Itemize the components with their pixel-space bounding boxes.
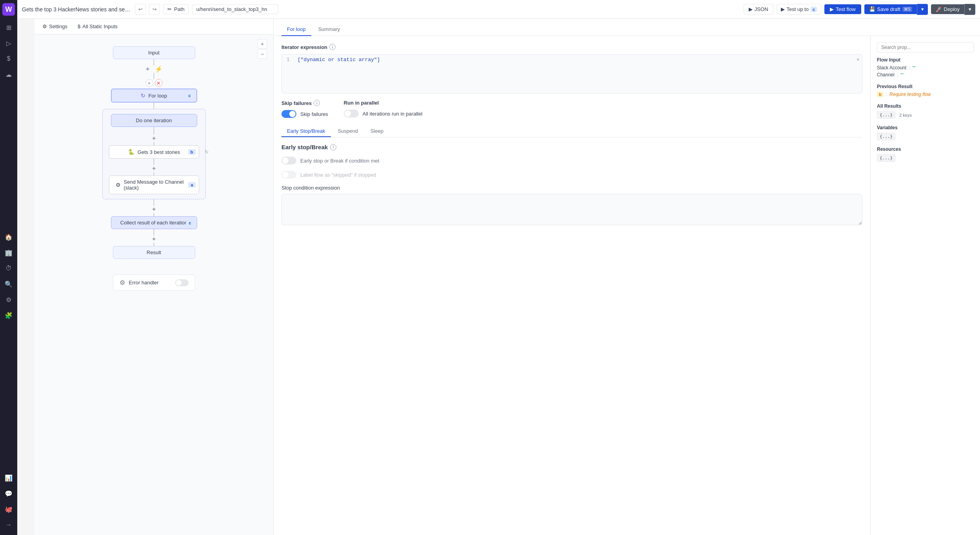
search-prop-input[interactable] bbox=[877, 42, 974, 52]
run-parallel-toggle[interactable] bbox=[344, 110, 359, 117]
static-inputs-item[interactable]: $ All Static Inputs bbox=[74, 22, 121, 31]
do-one-iteration-node[interactable]: Do one iteration bbox=[111, 114, 197, 127]
savedraft-dropdown-button[interactable]: ▾ bbox=[917, 4, 928, 15]
run-parallel-toggle-row: All iterations run in parallel bbox=[344, 110, 422, 117]
sidebar-icon-chart[interactable]: 📊 bbox=[2, 471, 16, 485]
right-sidebar: Flow Input Slack Account : "" Channel : … bbox=[870, 36, 980, 535]
channel-colon: : bbox=[897, 72, 898, 78]
deploy-group: 🚀 Deploy ▾ bbox=[931, 4, 975, 15]
sidebar-icon-home[interactable]: ⊞ bbox=[2, 20, 16, 34]
tab-summary[interactable]: Summary bbox=[313, 23, 346, 36]
send-message-node[interactable]: ⚙ Send Message to Channel (slack) a bbox=[109, 175, 199, 194]
play-icon: ▶ bbox=[781, 6, 785, 12]
stop-condition-textarea[interactable] bbox=[281, 194, 862, 225]
iterator-label-text: Iterator expression bbox=[281, 44, 327, 50]
variables-section: Variables {...} bbox=[877, 125, 974, 140]
result-node[interactable]: Result bbox=[113, 246, 195, 259]
deploy-button[interactable]: 🚀 Deploy bbox=[931, 4, 964, 14]
zoom-out-button[interactable]: − bbox=[258, 49, 267, 59]
iterator-info-icon[interactable]: i bbox=[329, 44, 336, 50]
path-label: Path bbox=[174, 6, 185, 12]
early-stop-title: Early stop/Break i bbox=[281, 144, 862, 150]
early-stop-toggle-label: Early stop or Break if condition met bbox=[300, 158, 379, 164]
inner-cross-2: ✦ bbox=[151, 165, 156, 172]
variables-row: {...} bbox=[877, 133, 974, 140]
sidebar-icon-building[interactable]: 🏢 bbox=[2, 246, 16, 260]
skip-failures-toggle[interactable] bbox=[281, 110, 296, 118]
tab-suspend[interactable]: Suspend bbox=[332, 126, 363, 137]
early-stop-toggle-row: Early stop or Break if condition met bbox=[281, 157, 862, 164]
remove-forloop-button[interactable]: ✕ bbox=[155, 79, 163, 87]
error-handler-label: Error handler bbox=[129, 280, 171, 286]
testup-badge: c bbox=[811, 7, 817, 12]
previous-result-title: Previous Result bbox=[877, 84, 974, 89]
refresh-icon-1[interactable]: ↻ bbox=[205, 149, 209, 155]
settings-icon: ⚙ bbox=[42, 23, 47, 29]
label-skipped-toggle[interactable] bbox=[281, 171, 296, 179]
sidebar-icon-search[interactable]: 🔍 bbox=[2, 277, 16, 291]
sidebar-icon-github[interactable]: 🐙 bbox=[2, 502, 16, 516]
label-skipped-toggle-row: Label flow as "skipped" if stopped bbox=[281, 171, 862, 179]
skip-failures-info-icon[interactable]: i bbox=[314, 100, 320, 106]
static-inputs-label: All Static Inputs bbox=[82, 23, 118, 29]
python-icon: 🐍 bbox=[128, 149, 134, 155]
line-number: 1 bbox=[287, 57, 293, 63]
error-handler: ⚙ Error handler bbox=[113, 275, 195, 291]
tab-for-loop[interactable]: For loop bbox=[281, 23, 311, 36]
connector-icons: ✦ ⚡ bbox=[145, 65, 163, 73]
add-before-forloop-button[interactable]: + bbox=[145, 79, 153, 87]
savedraft-shortcut: ⌘S bbox=[902, 7, 912, 12]
line-after-cross bbox=[154, 213, 154, 216]
json-button[interactable]: ▶ JSON bbox=[744, 4, 773, 14]
sidebar-icon-chat[interactable]: 💬 bbox=[2, 486, 16, 501]
sidebar-icon-expand[interactable]: → bbox=[2, 518, 16, 532]
line-2 bbox=[154, 73, 154, 79]
input-node[interactable]: Input bbox=[113, 46, 195, 59]
early-stop-info-icon[interactable]: i bbox=[330, 144, 336, 150]
deploy-dropdown-button[interactable]: ▾ bbox=[964, 4, 975, 15]
flow-input-section: Flow Input Slack Account : "" Channel : … bbox=[877, 57, 974, 78]
path-input[interactable] bbox=[192, 4, 278, 14]
path-button[interactable]: ✏ Path bbox=[163, 4, 189, 14]
gets-3-best-node[interactable]: 🐍 Gets 3 best stories b bbox=[109, 145, 199, 159]
line-content: ["dynamic or static array"] bbox=[298, 57, 380, 63]
deploy-label: Deploy bbox=[944, 6, 960, 12]
inner-line-4 bbox=[154, 172, 154, 175]
right-panel-content: Iterator expression i 1 ["dynamic or sta… bbox=[274, 36, 980, 535]
input-node-container: Input bbox=[113, 46, 195, 59]
error-handler-toggle-knob bbox=[176, 280, 181, 286]
sidebar-icon-settings[interactable]: ⚙ bbox=[2, 293, 16, 307]
tab-sleep[interactable]: Sleep bbox=[365, 126, 389, 137]
skip-failures-label: Skip failures i bbox=[281, 100, 328, 106]
label-skipped-toggle-knob bbox=[282, 172, 289, 178]
testup-button[interactable]: ▶ Test up to c bbox=[777, 4, 822, 14]
tab-early-stop[interactable]: Early Stop/Break bbox=[281, 126, 331, 137]
savedraft-button[interactable]: 💾 Save draft ⌘S bbox=[864, 4, 917, 14]
sidebar-icon-puzzle[interactable]: 🧩 bbox=[2, 308, 16, 322]
sidebar-icon-dollar[interactable]: $ bbox=[2, 52, 16, 66]
resources-title: Resources bbox=[877, 146, 974, 152]
code-line-1: 1 ["dynamic or static array"] bbox=[282, 54, 862, 65]
error-handler-icon: ⚙ bbox=[120, 279, 125, 286]
inner-line-2 bbox=[154, 142, 154, 145]
undo-button[interactable]: ↩ bbox=[135, 4, 146, 15]
zoom-in-button[interactable]: + bbox=[258, 39, 267, 49]
redo-button[interactable]: ↪ bbox=[149, 4, 160, 15]
slack-account-key: Slack Account bbox=[877, 65, 906, 70]
forloop-node[interactable]: ↻ For loop c bbox=[111, 89, 197, 103]
sidebar-icon-cloud[interactable]: ☁ bbox=[2, 67, 16, 81]
crosshair-icon: ✦ bbox=[145, 65, 150, 73]
collapse-icon[interactable]: × bbox=[857, 57, 860, 63]
skip-failures-group: Skip failures i Skip failures bbox=[281, 100, 328, 118]
sidebar-icon-play[interactable]: ▷ bbox=[2, 36, 16, 50]
error-handler-toggle[interactable] bbox=[175, 279, 189, 286]
sidebar-icon-timer[interactable]: ⏱ bbox=[2, 261, 16, 275]
resources-obj: {...} bbox=[877, 154, 895, 162]
testflow-button[interactable]: ▶ Test flow bbox=[824, 4, 861, 14]
early-stop-toggle[interactable] bbox=[281, 157, 296, 164]
settings-item[interactable]: ⚙ Settings bbox=[39, 22, 71, 31]
sidebar-icon-house[interactable]: 🏠 bbox=[2, 230, 16, 244]
collect-result-node[interactable]: Collect result of each iteration c bbox=[111, 216, 197, 229]
all-results-section: All Results {...} 2 keys bbox=[877, 103, 974, 119]
gets-3-best-label: Gets 3 best stories bbox=[138, 149, 180, 155]
